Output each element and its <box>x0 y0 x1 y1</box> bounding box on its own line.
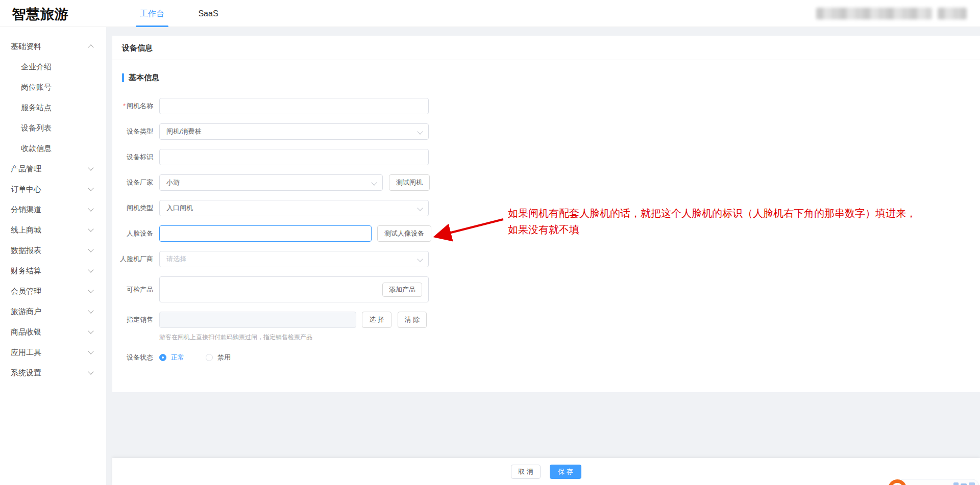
face-device-label: 人脸设备 <box>112 229 159 238</box>
sidebar-item-data-reports[interactable]: 数据报表 <box>0 240 106 261</box>
status-label: 设备状态 <box>112 353 159 362</box>
sidebar-item-tourism-merchants[interactable]: 旅游商户 <box>0 301 106 322</box>
sales-label: 指定销售 <box>112 315 159 324</box>
select-sales-button[interactable]: 选 择 <box>362 312 391 328</box>
sales-hint-text: 游客在闸机上直接扫付款码购票过闸，指定销售检票产品 <box>159 333 980 342</box>
chevron-down-icon <box>88 246 93 252</box>
chevron-down-icon <box>88 328 93 334</box>
annotation-line1: 如果闸机有配套人脸机的话，就把这个人脸机的标识（人脸机右下角的那串数字）填进来， <box>508 205 947 221</box>
chevron-down-icon <box>88 287 93 293</box>
watermark-logo <box>888 477 980 485</box>
checkable-products-box: 添加产品 <box>159 276 429 302</box>
form-row-face-vendor: 人脸机厂商 请选择 <box>112 251 980 267</box>
gate-type-select[interactable]: 入口闸机 <box>159 200 429 216</box>
status-radio-group: 正常 禁用 <box>159 353 231 362</box>
sidebar-item-distribution-channels[interactable]: 分销渠道 <box>0 199 106 220</box>
sidebar-item-financial-settlement[interactable]: 财务结算 <box>0 261 106 281</box>
sidebar-item-product-management[interactable]: 产品管理 <box>0 159 106 179</box>
device-id-input[interactable] <box>159 149 429 165</box>
sidebar-item-online-mall[interactable]: 线上商城 <box>0 220 106 240</box>
status-radio-normal[interactable]: 正常 <box>159 353 184 362</box>
sidebar-item-position-accounts[interactable]: 岗位账号 <box>0 77 106 97</box>
panel-titlebar: 设备信息 <box>112 36 980 60</box>
form-row-device-type: 设备类型 闸机/消费桩 <box>112 123 980 140</box>
sidebar-item-order-center[interactable]: 订单中心 <box>0 179 106 199</box>
chevron-down-icon <box>88 206 93 211</box>
form-row-device-vendor: 设备厂家 小游 测试闸机 <box>112 174 980 191</box>
test-gate-button[interactable]: 测试闸机 <box>389 174 430 191</box>
chevron-down-icon <box>88 165 93 170</box>
redacted-user-badge <box>938 8 967 19</box>
face-vendor-label: 人脸机厂商 <box>112 254 159 264</box>
form-row-products: 可检产品 添加产品 <box>112 276 980 302</box>
brand-logo: 智慧旅游 <box>12 5 69 23</box>
sidebar-item-payment-info[interactable]: 收款信息 <box>0 138 106 159</box>
chevron-down-icon <box>417 129 423 134</box>
gate-type-label: 闸机类型 <box>112 203 159 213</box>
radio-unselected-icon <box>206 354 213 361</box>
device-type-label: 设备类型 <box>112 127 159 136</box>
chevron-down-icon <box>88 348 93 354</box>
cancel-button[interactable]: 取 消 <box>511 465 541 479</box>
section-accent-bar <box>122 73 124 82</box>
required-asterisk: * <box>123 102 126 110</box>
chevron-down-icon <box>88 369 93 374</box>
tab-saas[interactable]: SaaS <box>192 0 225 27</box>
chevron-up-icon <box>88 44 93 50</box>
chevron-down-icon <box>88 308 93 313</box>
chevron-down-icon <box>371 180 377 185</box>
face-device-input[interactable] <box>159 225 372 242</box>
sidebar-item-goods-cashier[interactable]: 商品收银 <box>0 322 106 342</box>
status-radio-disabled[interactable]: 禁用 <box>206 353 231 362</box>
section-basic-info: 基本信息 <box>122 73 980 83</box>
sidebar-item-company-intro[interactable]: 企业介绍 <box>0 57 106 77</box>
chevron-down-icon <box>417 205 423 211</box>
redacted-user-info <box>816 8 932 19</box>
clear-sales-button[interactable]: 清 除 <box>398 312 427 328</box>
save-button[interactable]: 保 存 <box>550 465 581 479</box>
chevron-down-icon <box>88 185 93 191</box>
device-id-label: 设备标识 <box>112 152 159 162</box>
chevron-down-icon <box>88 226 93 232</box>
sidebar-item-basic-data[interactable]: 基础资料 <box>0 36 106 57</box>
form-row-sales: 指定销售 选 择 清 除 <box>112 312 980 328</box>
tab-workbench[interactable]: 工作台 <box>133 0 172 27</box>
chevron-down-icon <box>417 256 423 262</box>
add-product-button[interactable]: 添加产品 <box>382 283 422 297</box>
page-title: 设备信息 <box>122 43 153 52</box>
form-row-device-id: 设备标识 <box>112 149 980 165</box>
sidebar-item-service-sites[interactable]: 服务站点 <box>0 97 106 118</box>
device-type-select[interactable]: 闸机/消费桩 <box>159 123 429 140</box>
app-header: 智慧旅游 工作台 SaaS <box>0 0 980 27</box>
designated-sales-input <box>159 312 356 328</box>
form-footer: 取 消 保 存 <box>112 458 980 485</box>
sidebar-item-member-management[interactable]: 会员管理 <box>0 281 106 301</box>
annotation-line2: 如果没有就不填 <box>508 221 947 238</box>
sidebar-item-device-list[interactable]: 设备列表 <box>0 118 106 138</box>
gate-name-label: *闸机名称 <box>112 101 159 111</box>
face-vendor-select[interactable]: 请选择 <box>159 251 429 267</box>
annotation-arrow <box>428 214 509 245</box>
sidebar-item-system-settings[interactable]: 系统设置 <box>0 363 106 383</box>
test-face-device-button[interactable]: 测试人像设备 <box>377 225 431 242</box>
radio-selected-icon <box>159 354 166 361</box>
form-row-gate-name: *闸机名称 <box>112 98 980 114</box>
device-vendor-label: 设备厂家 <box>112 178 159 187</box>
sidebar-item-app-tools[interactable]: 应用工具 <box>0 342 106 363</box>
annotation-note: 如果闸机有配套人脸机的话，就把这个人脸机的标识（人脸机右下角的那串数字）填进来，… <box>508 205 947 238</box>
products-label: 可检产品 <box>112 285 159 294</box>
sidebar-nav: 基础资料 企业介绍 岗位账号 服务站点 设备列表 收款信息 产品管理 订单中心 … <box>0 27 106 485</box>
gate-name-input[interactable] <box>159 98 429 114</box>
watermark-swoosh-icon <box>888 477 980 485</box>
chevron-down-icon <box>88 267 93 272</box>
form-row-status: 设备状态 正常 禁用 <box>112 353 980 362</box>
device-vendor-select[interactable]: 小游 <box>159 174 383 191</box>
